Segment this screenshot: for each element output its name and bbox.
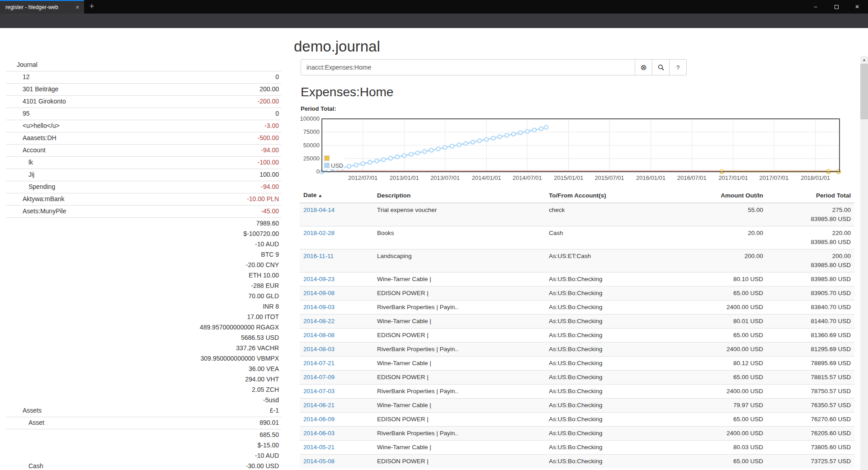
amount-cell: 20.00	[694, 226, 767, 249]
account-link[interactable]: Aaasets:DH	[6, 133, 57, 143]
period-total-cell: 220.0083985.80 USD	[767, 226, 854, 249]
submit-search-button[interactable]	[652, 59, 670, 75]
account-link[interactable]: lk	[6, 157, 33, 168]
transaction-date-link[interactable]: 2014-07-21	[303, 360, 335, 367]
transaction-date-link[interactable]: 2014-08-03	[303, 346, 335, 352]
account-cell: Cash	[545, 226, 694, 249]
transaction-date-link[interactable]: 2014-05-08	[303, 458, 335, 465]
amount-cell: 65.00 USD	[694, 371, 767, 385]
page-content: demo.journal Journal120301 Beiträge200.0…	[0, 28, 868, 470]
account-link[interactable]: Spending	[6, 182, 55, 192]
sidebar-account-row: <u>hello</u>-3.00	[6, 120, 281, 132]
transaction-date-link[interactable]: 2014-05-21	[303, 444, 335, 451]
period-total-cell: 73725.57 USD	[767, 455, 854, 469]
transaction-date-link[interactable]: 2014-06-21	[303, 402, 335, 409]
transaction-date-link[interactable]: 2014-09-03	[303, 304, 335, 310]
transaction-date-link[interactable]: 2014-08-08	[303, 332, 335, 338]
accounts-sidebar: Journal120301 Beiträge200.004101 Girokon…	[6, 59, 281, 470]
scroll-up-icon[interactable]: ▲	[860, 56, 868, 64]
svg-text:100000: 100000	[300, 115, 320, 122]
description-cell: Landscaping	[373, 249, 545, 273]
period-total-cell: 83905.70 USD	[767, 287, 854, 301]
amount-cell: 65.00 USD	[694, 287, 767, 301]
amount-cell: 55.00	[694, 203, 767, 226]
account-balance: -500.00	[57, 133, 281, 143]
transaction-date-link[interactable]: 2018-02-28	[303, 230, 335, 236]
account-link[interactable]: Journal	[6, 60, 38, 70]
account-link[interactable]: 301 Beiträge	[6, 84, 58, 94]
tab-title: register - hledger-web	[0, 4, 71, 10]
transaction-date-link[interactable]: 2014-08-22	[303, 318, 335, 324]
account-balance: -200.00	[66, 96, 281, 107]
account-balance: 890.01	[44, 418, 281, 428]
transaction-date-link[interactable]: 2014-06-03	[303, 430, 335, 437]
amount-cell: 200.00	[694, 249, 767, 273]
account-link[interactable]: 4101 Girokonto	[6, 96, 66, 107]
browser-toolbar: ← → ⟳ ⌂ ⓘ demo.hledger.org/register?q=in…	[0, 14, 868, 28]
svg-text:2015/07/01: 2015/07/01	[594, 174, 624, 181]
sidebar-account-row: Journal	[6, 59, 281, 71]
window-maximize-button[interactable]	[826, 0, 847, 14]
account-link[interactable]: Cash	[6, 461, 43, 470]
account-balance: 685.50$-15.00-10 AUD-30.00 USD	[43, 430, 281, 470]
period-total-cell: 81440.70 USD	[767, 315, 854, 329]
browser-tab[interactable]: register - hledger-web ✕	[0, 0, 84, 14]
transaction-date-link[interactable]: 2014-06-09	[303, 416, 335, 423]
sidebar-account-row: Asset890.01	[6, 417, 281, 429]
svg-text:2014/07/01: 2014/07/01	[513, 174, 542, 181]
account-link[interactable]: Asets:MunyPile	[6, 206, 66, 216]
window-close-button[interactable]: ✕	[847, 0, 868, 14]
clear-query-button[interactable]: ⊗	[635, 59, 652, 75]
scrollbar-thumb[interactable]	[860, 64, 868, 119]
legend-entry: USD	[324, 162, 343, 169]
account-balance: 200.00	[58, 84, 281, 94]
amount-cell: 2400.00 USD	[694, 301, 767, 315]
transaction-date-link[interactable]: 2014-07-09	[303, 374, 335, 381]
account-link[interactable]: 95	[6, 108, 30, 119]
transaction-date-link[interactable]: 2014-09-08	[303, 290, 335, 296]
transaction-date-link[interactable]: 2018-04-14	[303, 207, 335, 213]
sidebar-account-row: 301 Beiträge200.00	[6, 84, 281, 96]
svg-text:2017/01/01: 2017/01/01	[718, 174, 748, 181]
search-help-button[interactable]: ?	[670, 59, 687, 75]
svg-text:2016/01/01: 2016/01/01	[636, 174, 665, 181]
header-date[interactable]: Date▲	[300, 188, 373, 203]
register-table: Date▲ Description To/From Account(s) Amo…	[300, 188, 854, 468]
account-link[interactable]: Aktywa:mBank	[6, 194, 65, 204]
svg-text:25000: 25000	[303, 155, 320, 162]
account-cell: As:US:Bo:Checking	[545, 315, 694, 329]
account-cell: As:US:Bo:Checking	[545, 455, 694, 469]
account-link[interactable]: 12	[6, 72, 30, 82]
period-total-cell: 81295.69 USD	[767, 343, 854, 357]
svg-text:75000: 75000	[303, 128, 320, 135]
transaction-row: 2014-08-03RiverBank Properties | Payin..…	[300, 343, 854, 357]
account-balance: -3.00	[60, 121, 281, 131]
legend-swatch	[324, 163, 330, 168]
description-cell: Wine-Tarner Cable |	[373, 315, 545, 329]
page-scrollbar[interactable]: ▲ ▼	[860, 56, 868, 470]
period-total-cell: 81360.69 USD	[767, 329, 854, 343]
transaction-date-link[interactable]: 2014-09-23	[303, 276, 335, 282]
chart-canvas: 02500050000750001000002012/07/012013/01/…	[298, 113, 859, 185]
account-link[interactable]: Account	[6, 145, 46, 155]
transaction-date-link[interactable]: 2014-07-03	[303, 388, 335, 395]
new-tab-button[interactable]: +	[85, 0, 99, 14]
account-link[interactable]: Assets	[6, 405, 42, 416]
period-total-chart[interactable]: 02500050000750001000002012/07/012013/01/…	[298, 113, 859, 185]
account-link[interactable]: <u>hello</u>	[6, 121, 60, 131]
transaction-date-link[interactable]: 2016-11-11	[303, 253, 334, 259]
chart-title: Period Total:	[301, 105, 336, 112]
chart-legend: USD	[323, 154, 344, 169]
sidebar-account-row: lk-100.00	[6, 157, 281, 169]
search-icon	[658, 64, 664, 70]
query-input[interactable]	[301, 59, 635, 75]
account-balance: -45.00	[66, 206, 281, 216]
account-link[interactable]: Jij	[6, 169, 34, 180]
amount-cell: 2400.00 USD	[694, 343, 767, 357]
window-minimize-button[interactable]: –	[805, 0, 826, 14]
period-total-cell: 76350.57 USD	[767, 399, 854, 413]
svg-text:2017/07/01: 2017/07/01	[760, 174, 789, 181]
tab-close-icon[interactable]: ✕	[71, 5, 84, 10]
account-link[interactable]: Asset	[6, 418, 44, 428]
description-cell: RiverBank Properties | Payin..	[373, 301, 545, 315]
